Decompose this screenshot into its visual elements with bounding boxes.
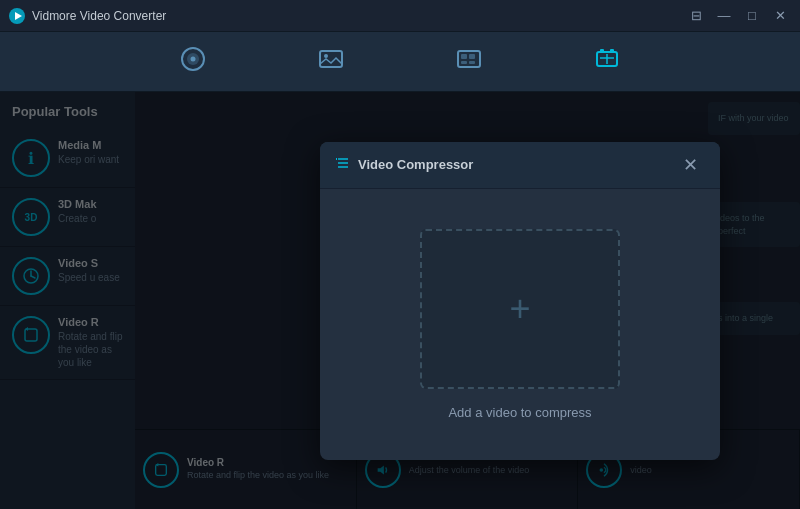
video-compressor-modal: Video Compressor ✕ + Add a video to comp… <box>320 142 720 460</box>
nav-tools[interactable] <box>578 38 636 86</box>
tools-icon <box>594 46 620 78</box>
svg-rect-10 <box>461 61 467 64</box>
svg-rect-7 <box>458 51 480 67</box>
nav-video[interactable] <box>440 38 498 86</box>
title-bar: Vidmore Video Converter ⊟ — □ ✕ <box>0 0 800 32</box>
window-controls: ⊟ — □ ✕ <box>684 6 792 26</box>
app-icon <box>8 7 26 25</box>
nav-convert[interactable] <box>164 38 222 86</box>
svg-rect-13 <box>600 49 604 53</box>
modal-header: Video Compressor ✕ <box>320 142 720 189</box>
svg-rect-14 <box>610 49 614 53</box>
top-nav <box>0 32 800 92</box>
maximize-btn[interactable]: □ <box>740 6 764 26</box>
app-title: Vidmore Video Converter <box>32 9 166 23</box>
modal-title: Video Compressor <box>358 157 677 172</box>
main-content: Popular Tools ℹ Media M Keep ori want 3D… <box>0 92 800 509</box>
nav-image[interactable] <box>302 38 360 86</box>
close-btn[interactable]: ✕ <box>768 6 792 26</box>
convert-icon <box>180 46 206 78</box>
modal-close-button[interactable]: ✕ <box>677 154 704 176</box>
svg-rect-5 <box>320 51 342 67</box>
video-icon <box>456 46 482 78</box>
svg-rect-9 <box>469 54 475 59</box>
image-icon <box>318 46 344 78</box>
plus-icon: + <box>509 288 530 330</box>
drop-zone[interactable]: + <box>420 229 620 389</box>
minimize-btn[interactable]: — <box>712 6 736 26</box>
svg-point-6 <box>324 54 328 58</box>
modal-body: + Add a video to compress <box>320 189 720 460</box>
modal-header-icon <box>336 156 350 173</box>
caption-btn[interactable]: ⊟ <box>684 6 708 26</box>
svg-rect-11 <box>469 61 475 64</box>
drop-label: Add a video to compress <box>448 405 591 420</box>
svg-point-4 <box>191 56 196 61</box>
svg-rect-8 <box>461 54 467 59</box>
